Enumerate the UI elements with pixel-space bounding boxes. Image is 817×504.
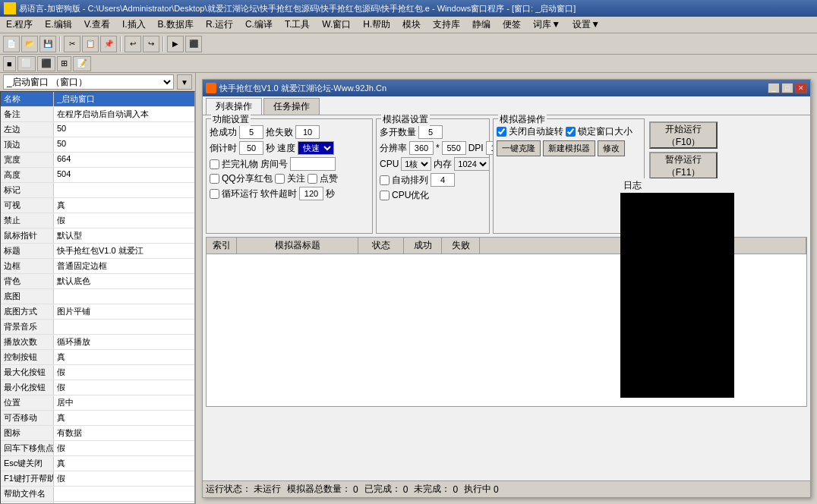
prop-row[interactable]: 备注在程序启动后自动调入本 xyxy=(1,107,194,122)
lock-window-checkbox[interactable] xyxy=(566,127,576,137)
auto-sort-input[interactable] xyxy=(431,173,455,187)
follow-checkbox[interactable] xyxy=(275,174,285,184)
room-no-input[interactable] xyxy=(290,157,336,171)
running-value: 0 xyxy=(494,484,499,495)
tab-list-ops[interactable]: 列表操作 xyxy=(206,98,262,115)
prop-row[interactable]: 背色默认底色 xyxy=(1,274,194,289)
prop-row[interactable]: 名称_启动窗口 xyxy=(1,92,194,107)
prop-value-cell: 假 xyxy=(54,365,194,380)
menu-item-E[interactable]: E.程序 xyxy=(0,17,39,33)
prop-row[interactable]: 控制按钮真 xyxy=(1,350,194,365)
prop-row[interactable]: 播放次数循环播放 xyxy=(1,335,194,350)
prop-row[interactable]: 禁止假 xyxy=(1,213,194,228)
resolution-w-input[interactable] xyxy=(409,141,434,155)
open-btn[interactable]: 📂 xyxy=(21,36,38,52)
tb2-btn2[interactable]: ⬜ xyxy=(17,56,36,71)
undo-btn[interactable]: ↩ xyxy=(125,36,141,52)
sep2 xyxy=(120,36,121,52)
prop-row[interactable]: 可否移动真 xyxy=(1,411,194,426)
like-checkbox[interactable] xyxy=(308,174,317,184)
menu-item-B[interactable]: B.数据库 xyxy=(152,17,200,33)
minimize-btn[interactable]: _ xyxy=(768,83,780,93)
clone-btn[interactable]: 一键克隆 xyxy=(497,140,541,156)
copy-btn[interactable]: 📋 xyxy=(82,36,99,52)
close-auto-rotate-checkbox[interactable] xyxy=(497,127,506,137)
start-run-btn[interactable]: 开始运行（F10） xyxy=(649,121,718,149)
qq-share-checkbox[interactable] xyxy=(210,174,219,184)
prop-row[interactable]: 图标有数据 xyxy=(1,426,194,441)
save-btn[interactable]: 💾 xyxy=(39,36,56,52)
menu-item-V[interactable]: V.查看 xyxy=(78,17,116,33)
prop-row[interactable]: 帮助文件名 xyxy=(1,487,194,502)
cut-btn[interactable]: ✂ xyxy=(64,36,80,52)
prop-row[interactable]: 鼠标指针默认型 xyxy=(1,228,194,244)
menu-item-[interactable]: 模块 xyxy=(396,17,427,33)
menu-item-T[interactable]: T.工具 xyxy=(279,17,316,33)
prop-row[interactable]: 标题快手抢红包V1.0 就爱江 xyxy=(1,244,194,259)
prop-row[interactable]: 位置居中 xyxy=(1,395,194,411)
prop-row[interactable]: 宽度664 xyxy=(1,153,194,168)
tab-task-ops[interactable]: 任务操作 xyxy=(263,98,320,115)
menu-item-W[interactable]: W.窗口 xyxy=(316,17,357,33)
run-btn[interactable]: ▶ xyxy=(167,36,184,52)
prop-row[interactable]: 最小化按钮假 xyxy=(1,380,194,395)
speed-select[interactable]: 快速 xyxy=(298,141,334,155)
panel-select[interactable]: _启动窗口 （窗口） xyxy=(3,74,174,90)
prop-row[interactable]: 背景音乐 xyxy=(1,320,194,335)
log-panel: 日志 xyxy=(620,178,734,398)
panel-expand-btn[interactable]: ▼ xyxy=(177,74,192,90)
resolution-h-input[interactable] xyxy=(442,141,466,155)
grab-success-input[interactable] xyxy=(239,125,263,139)
menu-item-[interactable]: 支持库 xyxy=(427,17,466,33)
menu-item-[interactable]: 便签 xyxy=(497,17,527,33)
prop-value-cell: 有数据 xyxy=(54,426,194,440)
menu-item-C[interactable]: C.编译 xyxy=(239,17,279,33)
new-sim-btn[interactable]: 新建模拟器 xyxy=(543,140,595,156)
prop-row[interactable]: 回车下移焦点假 xyxy=(1,441,194,456)
prop-row[interactable]: Esc键关闭真 xyxy=(1,456,194,471)
log-content xyxy=(620,193,734,398)
menu-item-I[interactable]: I.插入 xyxy=(116,17,152,33)
menu-item-[interactable]: 静编 xyxy=(466,17,497,33)
menu-item-R[interactable]: R.运行 xyxy=(200,17,239,33)
open-count-input[interactable] xyxy=(418,125,443,139)
tb2-btn4[interactable]: ⊞ xyxy=(57,56,71,71)
prop-row[interactable]: 左边50 xyxy=(1,122,194,137)
cpu-select[interactable]: 1核 xyxy=(401,157,431,171)
cpu-opt-checkbox[interactable] xyxy=(380,191,390,200)
menu-item-[interactable]: 词库▼ xyxy=(527,17,566,33)
grab-fail-input[interactable] xyxy=(295,125,320,139)
prop-row[interactable]: 高度504 xyxy=(1,168,194,183)
redo-btn[interactable]: ↪ xyxy=(143,36,159,52)
countdown-input[interactable] xyxy=(239,141,263,155)
loop-checkbox[interactable] xyxy=(210,189,219,199)
tb2-btn3[interactable]: ⬛ xyxy=(37,56,55,71)
stop-btn[interactable]: ⬛ xyxy=(185,36,202,52)
paste-btn[interactable]: 📌 xyxy=(100,36,117,52)
prop-name-cell: 图标 xyxy=(1,426,54,440)
maximize-btn[interactable]: □ xyxy=(781,83,793,93)
new-btn[interactable]: 📄 xyxy=(3,36,20,52)
prop-row[interactable]: 底图方式图片平铺 xyxy=(1,304,194,320)
close-btn[interactable]: ✕ xyxy=(795,83,807,93)
prop-row[interactable]: 可视真 xyxy=(1,198,194,213)
finish-gift-checkbox[interactable] xyxy=(210,159,219,169)
prop-row[interactable]: 最大化按钮假 xyxy=(1,365,194,380)
auto-sort-checkbox[interactable] xyxy=(380,175,390,185)
loop-row: 循环运行 软件超时 秒 xyxy=(210,187,369,200)
menu-item-E[interactable]: E.编辑 xyxy=(39,17,77,33)
menu-item-H[interactable]: H.帮助 xyxy=(357,17,396,33)
timeout-input[interactable] xyxy=(299,187,323,200)
tb2-btn5[interactable]: 📝 xyxy=(73,56,91,71)
th-fail: 失败 xyxy=(442,238,480,254)
prop-row[interactable]: F1键打开帮助假 xyxy=(1,471,194,487)
menu-item-[interactable]: 设置▼ xyxy=(566,17,606,33)
tb2-btn1[interactable]: ■ xyxy=(3,56,16,71)
memory-select[interactable]: 1024 xyxy=(454,157,490,171)
prop-row[interactable]: 边框普通固定边框 xyxy=(1,259,194,274)
modify-btn[interactable]: 修改 xyxy=(598,140,625,156)
prop-row[interactable]: 顶边50 xyxy=(1,137,194,153)
pause-run-btn[interactable]: 暂停运行（F11） xyxy=(649,152,718,179)
prop-row[interactable]: 底图 xyxy=(1,289,194,304)
prop-row[interactable]: 标记 xyxy=(1,183,194,198)
